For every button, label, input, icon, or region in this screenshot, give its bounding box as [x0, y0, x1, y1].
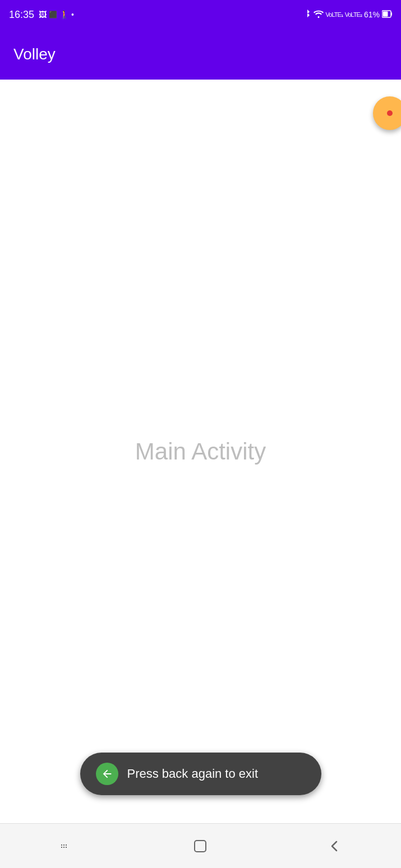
- bluetooth-icon: [303, 9, 311, 20]
- video-icon: ⬛: [49, 11, 57, 18]
- home-button[interactable]: [183, 829, 217, 863]
- battery-text: 61%: [364, 10, 380, 19]
- svg-rect-4: [63, 844, 64, 846]
- wifi-icon: [314, 10, 324, 20]
- svg-rect-3: [61, 844, 62, 846]
- app-title: Volley: [13, 45, 56, 63]
- app-bar: Volley: [0, 29, 401, 80]
- status-bar-left: 16:35 🖼 ⬛ 🚶 •: [9, 9, 74, 21]
- fab-dot: [387, 110, 393, 116]
- svg-rect-9: [195, 841, 206, 852]
- snackbar-text: Press back again to exit: [127, 767, 259, 781]
- status-icons-left: 🖼 ⬛ 🚶 •: [39, 10, 74, 19]
- svg-rect-2: [383, 11, 388, 16]
- status-bar: 16:35 🖼 ⬛ 🚶 • VoLTE₁ VoLTE₂ 61%: [0, 0, 401, 29]
- svg-rect-6: [61, 847, 62, 848]
- signal-lte2-icon: VoLTE₂: [345, 11, 362, 18]
- bottom-nav: [0, 823, 401, 868]
- svg-rect-7: [63, 847, 64, 848]
- svg-rect-1: [391, 12, 393, 16]
- signal-lte1-icon: VoLTE₁: [326, 11, 343, 18]
- svg-rect-5: [66, 844, 67, 846]
- status-time: 16:35: [9, 9, 34, 21]
- main-content: Main Activity: [0, 80, 401, 823]
- figure-icon: 🚶: [59, 10, 69, 19]
- back-button[interactable]: [317, 829, 351, 863]
- snackbar-container: Press back again to exit: [80, 753, 321, 795]
- svg-rect-8: [66, 847, 67, 848]
- image-icon: 🖼: [39, 10, 47, 19]
- fab-button[interactable]: [373, 96, 401, 130]
- recent-apps-button[interactable]: [50, 829, 84, 863]
- dot-icon: •: [71, 10, 74, 19]
- status-bar-right: VoLTE₁ VoLTE₂ 61%: [303, 9, 392, 20]
- main-activity-label: Main Activity: [135, 438, 266, 465]
- battery-icon: [382, 10, 392, 20]
- snackbar-icon: [96, 763, 118, 785]
- snackbar: Press back again to exit: [80, 753, 321, 795]
